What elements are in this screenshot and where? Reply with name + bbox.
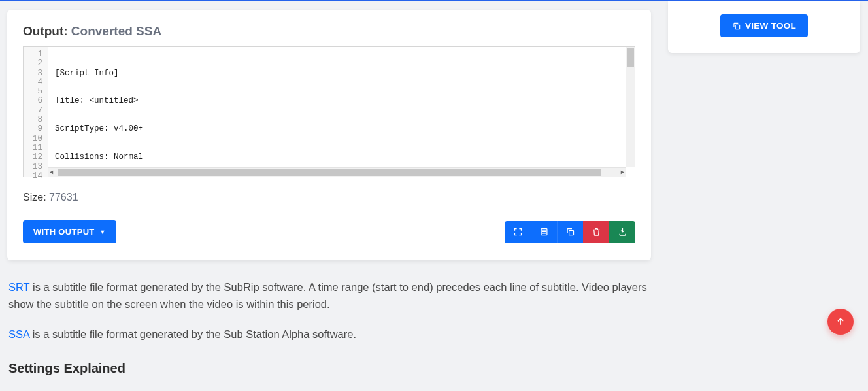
scroll-left-icon[interactable]: ◄ xyxy=(50,169,53,177)
line-number: 7 xyxy=(27,106,42,115)
copy-icon xyxy=(565,227,575,237)
output-title-suffix: Converted SSA xyxy=(71,24,161,38)
line-number: 3 xyxy=(27,69,42,78)
view-tool-label: VIEW TOOL xyxy=(745,21,796,31)
line-number: 8 xyxy=(27,115,42,124)
ssa-link[interactable]: SSA xyxy=(8,328,29,340)
description-block: SRT is a subtitle file format generated … xyxy=(7,279,651,379)
line-number: 4 xyxy=(27,78,42,87)
horizontal-scrollbar[interactable]: ◄ ► xyxy=(48,167,626,177)
caret-down-icon: ▼ xyxy=(100,229,106,235)
code-line: Collisions: Normal xyxy=(55,152,631,162)
srt-link[interactable]: SRT xyxy=(8,281,29,293)
with-output-label: WITH OUTPUT xyxy=(33,227,95,237)
list-view-button[interactable] xyxy=(531,221,557,243)
ssa-text: is a subtitle file format generated by t… xyxy=(29,328,356,340)
delete-button[interactable] xyxy=(583,221,609,243)
line-number: 14 xyxy=(27,171,42,180)
code-line: [Script Info] xyxy=(55,69,631,78)
output-title: Output: Converted SSA xyxy=(23,24,635,39)
size-value: 77631 xyxy=(49,192,78,203)
scrollbar-thumb[interactable] xyxy=(58,169,601,176)
scroll-top-button[interactable] xyxy=(827,309,854,335)
settings-heading: Settings Explained xyxy=(8,358,650,379)
arrow-up-icon xyxy=(835,316,846,327)
download-icon xyxy=(618,227,627,237)
scroll-right-icon[interactable]: ► xyxy=(621,169,624,177)
download-button[interactable] xyxy=(609,221,635,243)
output-card: Output: Converted SSA 1 2 3 4 5 6 7 8 9 … xyxy=(7,10,651,260)
line-number: 10 xyxy=(27,134,42,143)
fullscreen-button[interactable] xyxy=(505,221,531,243)
with-output-dropdown[interactable]: WITH OUTPUT ▼ xyxy=(23,220,116,243)
svg-rect-5 xyxy=(735,25,739,29)
size-row: Size: 77631 xyxy=(23,192,635,203)
action-row: WITH OUTPUT ▼ xyxy=(23,220,635,243)
output-title-prefix: Output: xyxy=(23,24,68,38)
copy-icon xyxy=(732,22,741,31)
srt-paragraph: SRT is a subtitle file format generated … xyxy=(8,279,650,313)
fullscreen-icon xyxy=(513,227,523,237)
size-label: Size: xyxy=(23,192,46,203)
code-line: Title: <untitled> xyxy=(55,96,631,105)
vertical-scrollbar[interactable] xyxy=(626,47,635,167)
line-number: 1 xyxy=(27,50,42,59)
line-number: 6 xyxy=(27,96,42,105)
line-number: 2 xyxy=(27,59,42,68)
copy-button[interactable] xyxy=(557,221,583,243)
line-number: 5 xyxy=(27,87,42,96)
code-line: ScriptType: v4.00+ xyxy=(55,124,631,133)
side-card: VIEW TOOL xyxy=(668,1,860,53)
list-icon xyxy=(539,227,549,237)
trash-icon xyxy=(592,227,601,237)
editor-content[interactable]: [Script Info] Title: <untitled> ScriptTy… xyxy=(48,47,635,177)
view-tool-button[interactable]: VIEW TOOL xyxy=(720,14,808,37)
editor-gutter: 1 2 3 4 5 6 7 8 9 10 11 12 13 14 xyxy=(24,47,48,177)
line-number: 9 xyxy=(27,124,42,133)
output-editor[interactable]: 1 2 3 4 5 6 7 8 9 10 11 12 13 14 [Script… xyxy=(23,46,635,177)
line-number: 11 xyxy=(27,143,42,152)
line-number: 12 xyxy=(27,152,42,162)
line-number: 13 xyxy=(27,162,42,171)
svg-rect-4 xyxy=(569,231,574,235)
scrollbar-thumb[interactable] xyxy=(627,48,634,67)
srt-text: is a subtitle file format generated by t… xyxy=(8,281,647,310)
output-action-group xyxy=(505,221,635,243)
ssa-paragraph: SSA is a subtitle file format generated … xyxy=(8,326,650,343)
